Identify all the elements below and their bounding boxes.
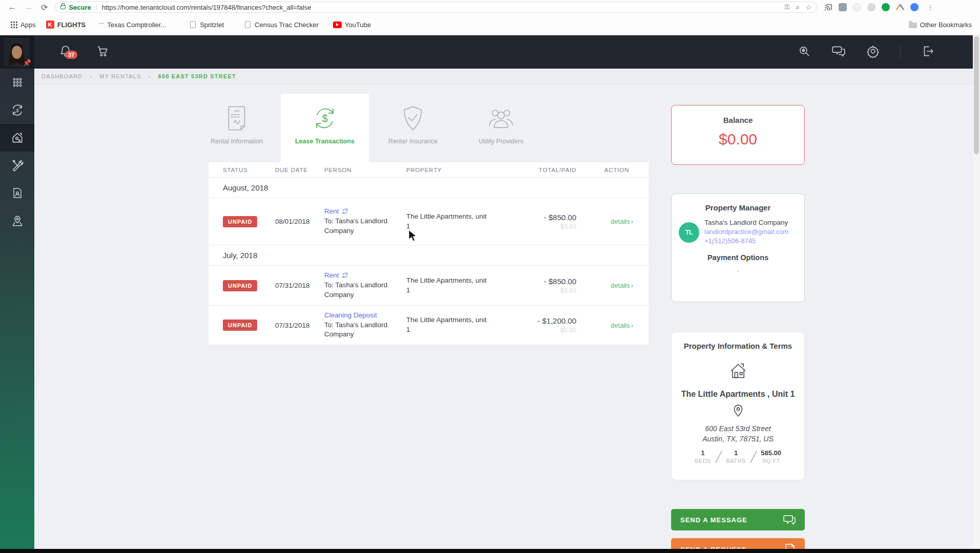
chrome-menu-icon[interactable]: ⋮ <box>927 4 933 11</box>
payment-options-title: Payment Options <box>672 253 804 262</box>
breadcrumb-dashboard[interactable]: DASHBOARD <box>41 73 82 79</box>
bookmark-spritzlet[interactable]: Spritzlet <box>189 20 224 29</box>
contact-card-icon <box>11 187 24 199</box>
bookmark-youtube[interactable]: YouTube <box>333 21 371 29</box>
search-button[interactable] <box>798 45 811 60</box>
tab-rental-information[interactable]: Rental Information <box>193 94 281 162</box>
cart-button[interactable] <box>96 45 109 60</box>
bottom-black-bar <box>0 549 980 553</box>
table-row[interactable]: UNPAID 07/31/2018 Rent To: Tasha's Landl… <box>208 266 649 306</box>
table-row[interactable]: UNPAID 08/01/2018 Rent To: Tasha's Landl… <box>208 198 649 245</box>
bookmark-census-trac[interactable]: Census Trac Checker <box>243 20 319 29</box>
manager-email-link[interactable]: landlordpractice@gmail.com <box>704 227 788 237</box>
logout-icon <box>921 45 934 58</box>
property-cell: The Little Apartments, unit 1 <box>406 315 488 335</box>
due-date: 07/31/2018 <box>275 282 324 289</box>
property-address-line2: Austin, TX, 78751, US <box>672 434 804 444</box>
amount-total: - $1,200.00 <box>499 316 576 325</box>
breadcrumb-current: 600 EAST 53RD STREET <box>158 73 236 79</box>
section-header-july: July, 2018 <box>208 245 649 266</box>
payee: To: Tasha's Landlord Company <box>324 217 396 235</box>
due-date: 07/31/2018 <box>275 322 324 329</box>
sidebar-item-map[interactable] <box>0 207 34 235</box>
transaction-link[interactable]: Rent <box>324 207 406 215</box>
bookmark-flights[interactable]: K FLIGHTS <box>46 20 86 29</box>
mouse-cursor <box>408 229 419 243</box>
payment-options-value: - <box>672 267 804 274</box>
gear-icon <box>866 45 880 58</box>
folder-icon <box>909 23 917 28</box>
secure-label: Secure <box>69 4 91 11</box>
sqft-value: 585.00 <box>761 449 781 457</box>
bookmark-apps[interactable]: Apps <box>10 21 36 29</box>
send-message-button[interactable]: SEND A MESSAGE <box>671 509 805 530</box>
property-stats: 1 BEDS 1 BATHS 585.00 SQ.FT <box>672 449 804 464</box>
amount-paid: $0.00 <box>499 287 576 294</box>
sidebar-item-transactions[interactable]: $ <box>0 96 34 124</box>
svg-text:$: $ <box>16 108 19 113</box>
notifications-button[interactable]: 37 <box>59 45 72 60</box>
table-row[interactable]: UNPAID 07/31/2018 Cleaning Deposit To: T… <box>208 306 649 345</box>
document-icon <box>226 105 247 131</box>
cast-extension-icon[interactable] <box>824 3 832 11</box>
tab-lease-transactions[interactable]: $ Lease Transactions <box>281 94 369 162</box>
amount-total: - $850.00 <box>499 277 576 286</box>
logout-button[interactable] <box>921 45 934 60</box>
tab-renter-insurance[interactable]: Renter Insurance <box>369 94 457 162</box>
g-extension-icon[interactable] <box>839 3 847 11</box>
breadcrumb-my-rentals[interactable]: MY RENTALS <box>99 73 141 79</box>
sidebar-item-maintenance[interactable] <box>0 152 34 179</box>
page-icon <box>190 21 196 28</box>
manager-avatar: TL <box>679 222 699 243</box>
property-name: The Little Apartments , Unit 1 <box>681 389 795 400</box>
sidebar-item-dashboard[interactable] <box>0 69 34 96</box>
tab-utility-providers[interactable]: Utility Providers <box>457 94 545 162</box>
sidebar-item-contacts[interactable] <box>0 179 34 207</box>
address-bar[interactable]: Secure https://home.tenantcloud.com/rent… <box>55 2 817 13</box>
transaction-link[interactable]: Cleaning Deposit <box>324 311 406 319</box>
property-cell: The Little Apartments, unit 1 <box>406 276 488 295</box>
messages-button[interactable] <box>831 45 846 60</box>
bookmark-texas-comptroller[interactable]: Texas Comptroller... <box>96 21 166 29</box>
circle-extension-icon[interactable] <box>853 3 861 11</box>
location-pin-icon <box>733 404 744 417</box>
reload-icon[interactable]: ⟳ <box>41 3 48 12</box>
other-bookmarks[interactable]: Other Bookmarks <box>909 21 972 29</box>
scrollbar-thumb[interactable] <box>974 36 979 154</box>
chat-bubble-icon <box>783 514 796 525</box>
transactions-table: STATUS DUE DATE PERSON PROPERTY TOTAL/PA… <box>208 162 649 345</box>
baths-label: BATHS <box>726 458 745 464</box>
details-link[interactable]: details› <box>580 218 636 225</box>
meet-extension-icon[interactable] <box>910 3 919 11</box>
baths-value: 1 <box>726 449 745 457</box>
property-manager-title: Property Manager <box>672 203 804 212</box>
forward-icon[interactable]: → <box>25 3 33 12</box>
details-link[interactable]: details› <box>580 322 636 329</box>
shield-check-icon <box>402 105 424 131</box>
manager-phone-link[interactable]: +1(512)506-8745 <box>704 237 788 246</box>
settings-button[interactable] <box>866 45 880 60</box>
tools-icon <box>11 159 24 172</box>
sidebar-item-my-rentals[interactable] <box>0 124 34 152</box>
back-icon[interactable]: ← <box>8 3 16 12</box>
amount-total: - $850.00 <box>499 213 576 222</box>
table-header: STATUS DUE DATE PERSON PROPERTY TOTAL/PA… <box>208 162 649 178</box>
recurring-icon <box>342 208 348 215</box>
key-icon[interactable]: ⚿ <box>785 3 790 11</box>
url-text[interactable]: https://home.tenantcloud.com/rentals/197… <box>102 4 779 11</box>
people-group-icon <box>488 106 514 131</box>
user-avatar[interactable]: 📌 <box>0 35 34 69</box>
grammarly-extension-icon[interactable] <box>882 3 890 11</box>
svg-text:$: $ <box>322 113 328 124</box>
bookmark-star-icon[interactable]: ☆ <box>806 4 812 11</box>
arrow-extension-icon[interactable] <box>896 4 904 11</box>
blob-extension-icon[interactable] <box>867 3 875 11</box>
details-link[interactable]: details› <box>580 282 636 289</box>
page-scrollbar[interactable] <box>973 35 980 553</box>
col-property: PROPERTY <box>406 167 499 173</box>
map-pin-icon <box>11 214 24 227</box>
zoom-search-icon[interactable]: ⌕ <box>796 3 799 11</box>
transaction-link[interactable]: Rent <box>324 271 406 279</box>
col-total-paid: TOTAL/PAID <box>499 167 580 173</box>
browser-toolbar: ← → ⟳ Secure https://home.tenantcloud.co… <box>0 0 980 14</box>
